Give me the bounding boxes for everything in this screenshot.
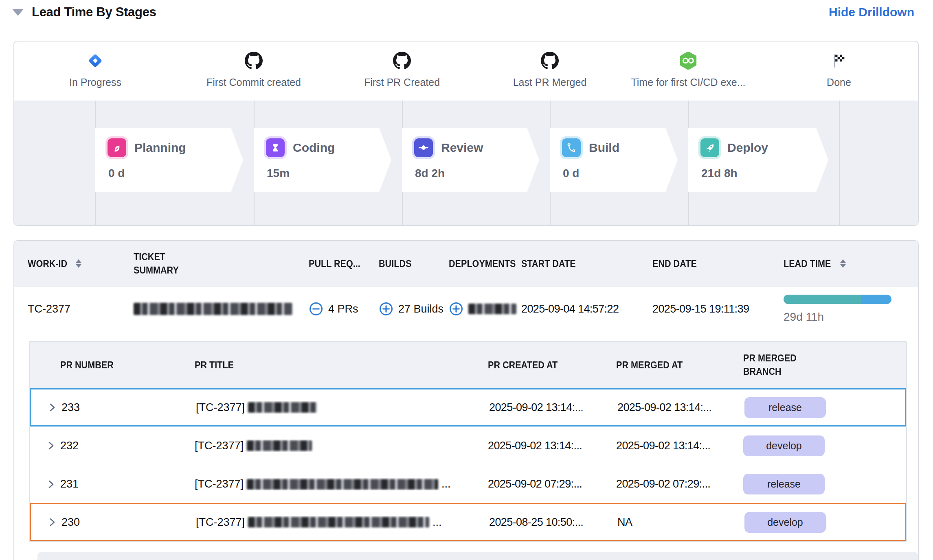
pr-merged-at: 2025-09-02 13:14:...: [616, 440, 743, 452]
build-icon: [562, 138, 581, 157]
lead-bar-blue-segment: [861, 295, 891, 304]
lead-bar-teal-segment: [784, 295, 861, 304]
expand-pr-row-icon[interactable]: [46, 516, 58, 528]
collapse-prs-icon[interactable]: [309, 302, 323, 316]
branch-badge: develop: [743, 435, 825, 456]
milestone-first-commit: First Commit created: [180, 51, 327, 88]
pr-title: [TC-2377] ...: [195, 478, 488, 490]
milestone-last-pr-merged: Last PR Merged: [476, 51, 623, 88]
stage-duration: 8d 2h: [402, 167, 539, 180]
stage-name: Review: [441, 141, 483, 155]
col-deployments: DEPLOYMENTS: [449, 258, 521, 269]
pr-created-at: 2025-09-02 13:14:...: [488, 440, 616, 452]
collapse-triangle-icon[interactable]: [12, 9, 24, 16]
milestone-divider: [839, 101, 840, 225]
expand-deployments-icon[interactable]: [449, 302, 463, 316]
col-pr-title: PR TITLE: [195, 359, 488, 371]
deploy-icon: [700, 138, 719, 157]
pr-number: 230: [61, 516, 196, 529]
builds-cell: 27 Builds: [379, 302, 449, 316]
expand-pr-row-icon[interactable]: [45, 440, 57, 451]
github-icon: [393, 51, 411, 70]
stage-duration: 0 d: [550, 167, 678, 180]
end-date-cell: 2025-09-15 19:11:39: [652, 303, 784, 315]
work-table-header: WORK-ID TICKET SUMMARY PULL REQ... BUILD…: [14, 241, 918, 287]
branch-badge: release: [744, 397, 826, 418]
col-work-id: WORK-ID: [28, 258, 134, 269]
stage-card-planning: Planning 0 d: [95, 128, 243, 192]
pr-created-at: 2025-09-02 07:29:...: [488, 478, 616, 490]
sort-work-id-icon[interactable]: [76, 259, 81, 268]
stage-duration: 0 d: [95, 167, 243, 180]
col-pr-merged-branch: PR MERGED BRANCH: [743, 352, 906, 378]
stage-card-deploy: Deploy 21d 8h: [688, 128, 828, 192]
redacted-pr-title: [248, 402, 317, 413]
pr-merged-at: 2025-09-02 13:14:...: [617, 401, 744, 414]
checkered-flag-icon: [830, 51, 848, 70]
cicd-icon: [679, 51, 698, 70]
pr-row[interactable]: 231 [TC-2377] ... 2025-09-02 07:29:... 2…: [30, 465, 906, 503]
expand-builds-icon[interactable]: [379, 302, 393, 316]
github-icon: [540, 51, 559, 70]
milestone-label: Last PR Merged: [513, 77, 587, 88]
expand-pr-row-icon[interactable]: [45, 479, 57, 490]
redacted-deployment-count: [468, 304, 516, 314]
github-icon: [244, 51, 263, 70]
expand-pr-row-icon[interactable]: [46, 402, 58, 413]
next-section-partial: [37, 552, 918, 560]
milestone-in-progress: In Progress: [22, 51, 169, 88]
hide-drilldown-link[interactable]: Hide Drilldown: [829, 5, 914, 19]
milestone-label: First Commit created: [206, 77, 301, 88]
redacted-ticket-summary: [134, 303, 292, 315]
stage-card-review: Review 8d 2h: [402, 128, 539, 192]
build-count: 27 Builds: [398, 303, 443, 315]
col-builds: BUILDS: [379, 258, 449, 269]
pr-drilldown-table: PR NUMBER PR TITLE PR CREATED AT PR MERG…: [29, 341, 907, 542]
redacted-pr-title: [247, 440, 312, 451]
ticket-summary-cell: [134, 303, 309, 315]
pr-row[interactable]: 232 [TC-2377] 2025-09-02 13:14:... 2025-…: [30, 427, 906, 465]
work-id-cell: TC-2377: [28, 303, 134, 315]
jira-status-icon: [86, 51, 105, 70]
stage-card-coding: Coding 15m: [254, 128, 391, 192]
pr-merged-at: NA: [617, 516, 744, 529]
stage-name: Planning: [134, 141, 186, 155]
branch-badge: release: [743, 474, 825, 494]
pr-row[interactable]: 233 [TC-2377] 2025-09-02 13:14:... 2025-…: [30, 388, 906, 427]
pr-number: 232: [60, 440, 195, 452]
pr-merged-at: 2025-09-02 07:29:...: [616, 478, 743, 490]
col-start-date: START DATE: [521, 258, 652, 269]
deployments-cell: [449, 302, 521, 316]
col-pull-requests: PULL REQ...: [309, 258, 379, 269]
milestone-label: Done: [827, 77, 851, 88]
pr-title: [TC-2377]: [196, 401, 489, 414]
lead-time-cell: 29d 11h: [784, 295, 907, 324]
stage-duration: 21d 8h: [688, 167, 828, 180]
pr-number: 233: [61, 401, 196, 414]
milestone-label: Time for first CI/CD exe...: [631, 77, 745, 88]
pr-number: 231: [60, 478, 195, 490]
stage-name: Deploy: [727, 141, 768, 155]
coding-icon: [266, 138, 285, 157]
branch-badge: develop: [744, 512, 826, 533]
sort-lead-time-icon[interactable]: [840, 259, 846, 268]
section-header: Lead Time By Stages Hide Drilldown: [12, 5, 914, 20]
milestone-label: In Progress: [69, 77, 121, 88]
col-pr-number: PR NUMBER: [60, 359, 195, 371]
lead-time-value: 29d 11h: [784, 311, 907, 324]
lead-time-drilldown-view: Lead Time By Stages Hide Drilldown In Pr…: [0, 0, 933, 560]
col-end-date: END DATE: [652, 258, 784, 269]
work-item-row[interactable]: TC-2377 4 PRs 27 Builds: [14, 287, 918, 331]
stage-card-build: Build 0 d: [550, 128, 678, 192]
planning-icon: [108, 138, 126, 157]
page-title: Lead Time By Stages: [32, 5, 156, 20]
review-icon: [414, 138, 433, 157]
pr-row[interactable]: 230 [TC-2377] ... 2025-08-25 10:50:... N…: [30, 503, 906, 541]
col-pr-created-at: PR CREATED AT: [488, 359, 616, 371]
work-item-table: WORK-ID TICKET SUMMARY PULL REQ... BUILD…: [13, 240, 919, 560]
pr-title: [TC-2377]: [195, 440, 488, 452]
pr-count: 4 PRs: [328, 303, 358, 315]
pr-created-at: 2025-08-25 10:50:...: [489, 516, 617, 529]
pr-title: [TC-2377] ...: [196, 516, 489, 529]
redacted-pr-title: [247, 479, 438, 490]
